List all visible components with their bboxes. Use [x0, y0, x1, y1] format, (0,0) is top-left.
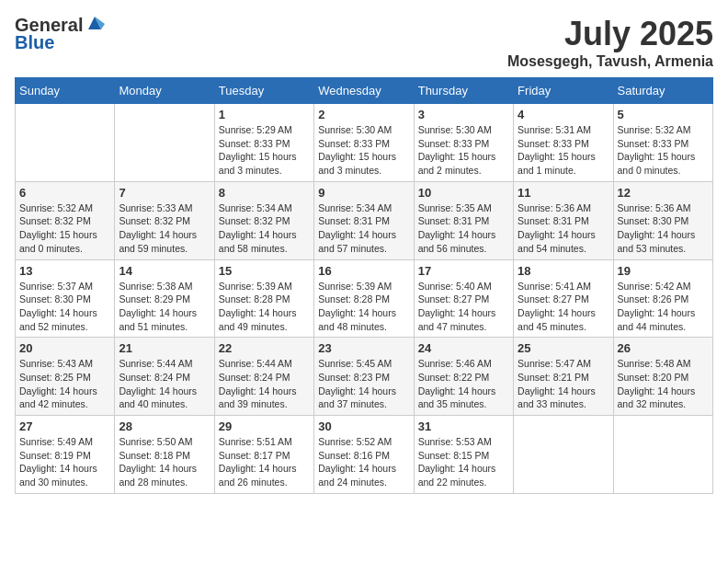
day-number: 2 — [318, 108, 409, 121]
day-number: 4 — [518, 108, 609, 121]
weekday-header-tuesday: Tuesday — [214, 78, 313, 104]
calendar-day-cell — [613, 416, 712, 494]
day-number: 26 — [618, 341, 709, 355]
day-info: Sunrise: 5:35 AMSunset: 8:31 PMDaylight:… — [418, 201, 509, 256]
calendar-week-row: 27Sunrise: 5:49 AMSunset: 8:19 PMDayligh… — [16, 416, 713, 494]
calendar-day-cell: 8Sunrise: 5:34 AMSunset: 8:32 PMDaylight… — [214, 181, 313, 259]
day-number: 21 — [119, 341, 210, 355]
page-header: General Blue July 2025 Mosesgegh, Tavush… — [15, 15, 713, 70]
weekday-header-monday: Monday — [115, 78, 214, 104]
weekday-header-thursday: Thursday — [414, 78, 513, 104]
calendar-day-cell: 15Sunrise: 5:39 AMSunset: 8:28 PMDayligh… — [214, 259, 313, 338]
day-number: 23 — [318, 341, 409, 355]
calendar-day-cell: 14Sunrise: 5:38 AMSunset: 8:29 PMDayligh… — [115, 259, 214, 338]
calendar-day-cell: 4Sunrise: 5:31 AMSunset: 8:33 PMDaylight… — [514, 104, 613, 182]
day-info: Sunrise: 5:51 AMSunset: 8:17 PMDaylight:… — [219, 435, 310, 489]
calendar-day-cell — [514, 416, 613, 494]
day-number: 10 — [418, 186, 509, 200]
day-info: Sunrise: 5:44 AMSunset: 8:24 PMDaylight:… — [219, 357, 310, 411]
calendar-day-cell: 7Sunrise: 5:33 AMSunset: 8:32 PMDaylight… — [115, 181, 214, 259]
day-info: Sunrise: 5:30 AMSunset: 8:33 PMDaylight:… — [418, 123, 509, 178]
weekday-header-wednesday: Wednesday — [314, 78, 414, 104]
day-info: Sunrise: 5:48 AMSunset: 8:20 PMDaylight:… — [618, 357, 709, 411]
weekday-header-sunday: Sunday — [16, 78, 115, 104]
day-number: 31 — [418, 419, 509, 433]
day-number: 29 — [219, 419, 310, 433]
day-info: Sunrise: 5:31 AMSunset: 8:33 PMDaylight:… — [518, 123, 609, 178]
day-number: 11 — [518, 186, 609, 200]
day-info: Sunrise: 5:36 AMSunset: 8:31 PMDaylight:… — [518, 201, 609, 256]
calendar-day-cell: 6Sunrise: 5:32 AMSunset: 8:32 PMDaylight… — [16, 181, 115, 259]
weekday-header-row: SundayMondayTuesdayWednesdayThursdayFrid… — [16, 78, 713, 104]
calendar-day-cell — [16, 104, 115, 182]
day-number: 24 — [418, 341, 509, 355]
day-number: 15 — [219, 264, 310, 278]
calendar-day-cell: 20Sunrise: 5:43 AMSunset: 8:25 PMDayligh… — [16, 338, 115, 416]
calendar-day-cell: 24Sunrise: 5:46 AMSunset: 8:22 PMDayligh… — [414, 338, 513, 416]
calendar-day-cell: 18Sunrise: 5:41 AMSunset: 8:27 PMDayligh… — [514, 259, 613, 338]
calendar-table: SundayMondayTuesdayWednesdayThursdayFrid… — [15, 77, 713, 494]
calendar-day-cell: 29Sunrise: 5:51 AMSunset: 8:17 PMDayligh… — [214, 416, 313, 494]
calendar-day-cell: 26Sunrise: 5:48 AMSunset: 8:20 PMDayligh… — [613, 338, 712, 416]
calendar-day-cell — [115, 104, 214, 182]
day-info: Sunrise: 5:39 AMSunset: 8:28 PMDaylight:… — [318, 280, 409, 334]
day-number: 8 — [219, 186, 310, 200]
calendar-day-cell: 12Sunrise: 5:36 AMSunset: 8:30 PMDayligh… — [613, 181, 712, 259]
day-info: Sunrise: 5:34 AMSunset: 8:31 PMDaylight:… — [318, 201, 409, 256]
calendar-day-cell: 16Sunrise: 5:39 AMSunset: 8:28 PMDayligh… — [314, 259, 414, 338]
day-number: 12 — [618, 186, 709, 200]
title-block: July 2025 Mosesgegh, Tavush, Armenia — [507, 15, 713, 70]
day-number: 5 — [618, 108, 709, 121]
day-info: Sunrise: 5:45 AMSunset: 8:23 PMDaylight:… — [318, 357, 409, 411]
day-number: 30 — [318, 419, 409, 433]
calendar-day-cell: 23Sunrise: 5:45 AMSunset: 8:23 PMDayligh… — [314, 338, 414, 416]
day-info: Sunrise: 5:43 AMSunset: 8:25 PMDaylight:… — [19, 357, 110, 411]
day-info: Sunrise: 5:33 AMSunset: 8:32 PMDaylight:… — [119, 201, 210, 256]
calendar-day-cell: 1Sunrise: 5:29 AMSunset: 8:33 PMDaylight… — [214, 104, 313, 182]
calendar-day-cell: 25Sunrise: 5:47 AMSunset: 8:21 PMDayligh… — [514, 338, 613, 416]
day-info: Sunrise: 5:52 AMSunset: 8:16 PMDaylight:… — [318, 435, 409, 489]
day-info: Sunrise: 5:41 AMSunset: 8:27 PMDaylight:… — [518, 280, 609, 334]
day-number: 22 — [219, 341, 310, 355]
day-number: 28 — [119, 419, 210, 433]
day-number: 1 — [219, 108, 310, 121]
calendar-day-cell: 28Sunrise: 5:50 AMSunset: 8:18 PMDayligh… — [115, 416, 214, 494]
calendar-day-cell: 22Sunrise: 5:44 AMSunset: 8:24 PMDayligh… — [214, 338, 313, 416]
calendar-week-row: 6Sunrise: 5:32 AMSunset: 8:32 PMDaylight… — [16, 181, 713, 259]
day-number: 27 — [19, 419, 110, 433]
calendar-day-cell: 19Sunrise: 5:42 AMSunset: 8:26 PMDayligh… — [613, 259, 712, 338]
day-number: 16 — [318, 264, 409, 278]
calendar-day-cell: 31Sunrise: 5:53 AMSunset: 8:15 PMDayligh… — [414, 416, 513, 494]
day-number: 25 — [518, 341, 609, 355]
day-info: Sunrise: 5:30 AMSunset: 8:33 PMDaylight:… — [318, 123, 409, 178]
day-info: Sunrise: 5:50 AMSunset: 8:18 PMDaylight:… — [119, 435, 210, 489]
calendar-week-row: 13Sunrise: 5:37 AMSunset: 8:30 PMDayligh… — [16, 259, 713, 338]
day-number: 14 — [119, 264, 210, 278]
day-number: 13 — [19, 264, 110, 278]
calendar-day-cell: 17Sunrise: 5:40 AMSunset: 8:27 PMDayligh… — [414, 259, 513, 338]
location-title: Mosesgegh, Tavush, Armenia — [507, 53, 713, 70]
day-info: Sunrise: 5:49 AMSunset: 8:19 PMDaylight:… — [19, 435, 110, 489]
day-info: Sunrise: 5:39 AMSunset: 8:28 PMDaylight:… — [219, 280, 310, 334]
day-number: 18 — [518, 264, 609, 278]
day-number: 9 — [318, 186, 409, 200]
day-number: 7 — [119, 186, 210, 200]
day-info: Sunrise: 5:46 AMSunset: 8:22 PMDaylight:… — [418, 357, 509, 411]
calendar-day-cell: 2Sunrise: 5:30 AMSunset: 8:33 PMDaylight… — [314, 104, 414, 182]
calendar-day-cell: 21Sunrise: 5:44 AMSunset: 8:24 PMDayligh… — [115, 338, 214, 416]
day-info: Sunrise: 5:42 AMSunset: 8:26 PMDaylight:… — [618, 280, 709, 334]
calendar-week-row: 20Sunrise: 5:43 AMSunset: 8:25 PMDayligh… — [16, 338, 713, 416]
logo-blue-text: Blue — [15, 32, 54, 53]
day-info: Sunrise: 5:38 AMSunset: 8:29 PMDaylight:… — [119, 280, 210, 334]
day-number: 3 — [418, 108, 509, 121]
day-info: Sunrise: 5:47 AMSunset: 8:21 PMDaylight:… — [518, 357, 609, 411]
calendar-day-cell: 9Sunrise: 5:34 AMSunset: 8:31 PMDaylight… — [314, 181, 414, 259]
day-info: Sunrise: 5:44 AMSunset: 8:24 PMDaylight:… — [119, 357, 210, 411]
calendar-day-cell: 13Sunrise: 5:37 AMSunset: 8:30 PMDayligh… — [16, 259, 115, 338]
calendar-day-cell: 27Sunrise: 5:49 AMSunset: 8:19 PMDayligh… — [16, 416, 115, 494]
logo-icon — [85, 13, 105, 33]
day-info: Sunrise: 5:53 AMSunset: 8:15 PMDaylight:… — [418, 435, 509, 489]
day-number: 17 — [418, 264, 509, 278]
day-number: 6 — [19, 186, 110, 200]
day-number: 20 — [19, 341, 110, 355]
